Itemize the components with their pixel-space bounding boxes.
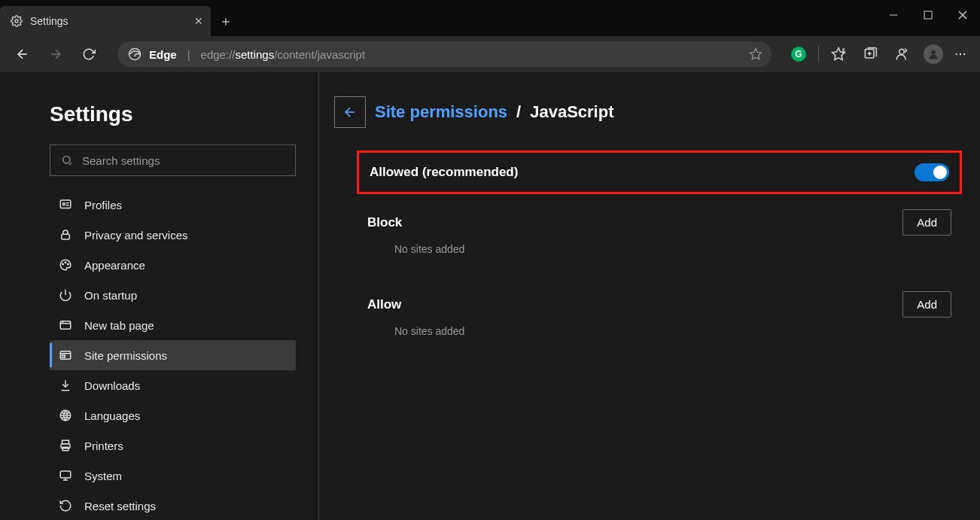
search-placeholder: Search settings bbox=[82, 154, 160, 167]
allow-heading: Allow bbox=[367, 297, 401, 312]
newtab-icon bbox=[59, 318, 72, 332]
allowed-toggle[interactable] bbox=[915, 163, 949, 181]
search-settings-input[interactable]: Search settings bbox=[50, 144, 296, 176]
block-section-header: Block Add bbox=[357, 203, 962, 239]
svg-line-20 bbox=[69, 163, 72, 165]
settings-heading: Settings bbox=[50, 102, 296, 126]
new-tab-button[interactable]: ＋ bbox=[211, 6, 241, 36]
window-controls bbox=[876, 0, 980, 30]
toolbar-divider bbox=[818, 46, 819, 62]
grammarly-extension-icon[interactable]: G bbox=[784, 41, 814, 68]
sidebar-item-label: Profiles bbox=[84, 199, 122, 211]
lock-icon bbox=[59, 228, 72, 242]
sidebar-item-label: New tab page bbox=[84, 319, 154, 332]
sidebar-item-label: Printers bbox=[84, 439, 123, 452]
profiles-icon bbox=[59, 198, 72, 211]
system-icon bbox=[59, 469, 72, 482]
svg-point-26 bbox=[68, 263, 69, 265]
svg-rect-33 bbox=[62, 355, 65, 357]
nav-refresh-button[interactable] bbox=[75, 41, 102, 68]
sidebar-item-label: System bbox=[84, 470, 122, 482]
svg-point-24 bbox=[62, 263, 64, 265]
settings-main: Site permissions / JavaScript Allowed (r… bbox=[319, 72, 980, 520]
sidebar-item-label: Site permissions bbox=[84, 349, 167, 362]
favorite-star-icon[interactable] bbox=[749, 47, 762, 61]
nav-back-button[interactable] bbox=[9, 41, 36, 68]
favorites-icon[interactable] bbox=[823, 41, 854, 68]
omnibox-separator: | bbox=[187, 48, 190, 61]
profile-avatar[interactable] bbox=[918, 41, 948, 68]
sidebar-item-label: Privacy and services bbox=[84, 229, 188, 242]
toolbar: Edge | edge://settings/content/javascrip… bbox=[0, 36, 980, 72]
browser-tab[interactable]: Settings ✕ bbox=[0, 6, 211, 36]
svg-marker-6 bbox=[750, 49, 762, 59]
breadcrumb-parent-link[interactable]: Site permissions bbox=[375, 102, 507, 122]
settings-sidebar: Settings Search settings ProfilesPrivacy… bbox=[0, 72, 319, 520]
edge-logo-icon bbox=[128, 47, 142, 61]
globe-icon bbox=[59, 409, 72, 422]
allow-section-header: Allow Add bbox=[357, 285, 962, 321]
allow-add-button[interactable]: Add bbox=[902, 291, 951, 318]
reset-icon bbox=[59, 499, 72, 512]
window-close-button[interactable] bbox=[945, 0, 980, 30]
svg-point-19 bbox=[63, 157, 70, 163]
breadcrumb-current: JavaScript bbox=[530, 102, 613, 122]
sidebar-item-profiles[interactable]: Profiles bbox=[50, 190, 296, 220]
svg-point-16 bbox=[956, 53, 957, 55]
svg-point-18 bbox=[963, 53, 965, 55]
breadcrumb: Site permissions / JavaScript bbox=[334, 96, 962, 128]
tab-close-icon[interactable]: ✕ bbox=[194, 15, 203, 27]
more-menu-icon[interactable] bbox=[950, 41, 971, 68]
printer-icon bbox=[59, 439, 72, 452]
sidebar-item-appearance[interactable]: Appearance bbox=[50, 250, 296, 280]
sidebar-item-new-tab-page[interactable]: New tab page bbox=[50, 310, 296, 340]
allowed-label: Allowed (recommended) bbox=[370, 165, 518, 180]
svg-point-14 bbox=[899, 49, 905, 54]
sidebar-item-system[interactable]: System bbox=[50, 461, 296, 491]
toolbar-actions: G bbox=[784, 41, 971, 68]
svg-point-25 bbox=[65, 262, 66, 263]
sidebar-item-site-permissions[interactable]: Site permissions bbox=[50, 340, 296, 370]
block-heading: Block bbox=[367, 215, 402, 230]
svg-point-17 bbox=[960, 53, 961, 55]
svg-rect-23 bbox=[62, 234, 70, 239]
profile-switch-icon[interactable] bbox=[887, 41, 917, 68]
sidebar-item-privacy-and-services[interactable]: Privacy and services bbox=[50, 220, 296, 250]
sidebar-nav: ProfilesPrivacy and servicesAppearanceOn… bbox=[50, 190, 296, 520]
site-icon bbox=[59, 348, 72, 362]
search-icon bbox=[61, 154, 73, 166]
svg-rect-2 bbox=[924, 11, 932, 19]
tab-title: Settings bbox=[30, 15, 68, 27]
power-icon bbox=[59, 288, 72, 302]
window-maximize-button[interactable] bbox=[911, 0, 945, 30]
sidebar-item-label: Appearance bbox=[84, 259, 145, 272]
svg-point-0 bbox=[15, 20, 18, 23]
allow-empty-text: No sites added bbox=[357, 321, 962, 360]
sidebar-item-label: Reset settings bbox=[84, 500, 156, 512]
gear-icon bbox=[11, 15, 23, 27]
settings-body: Settings Search settings ProfilesPrivacy… bbox=[0, 72, 980, 520]
collections-icon[interactable] bbox=[855, 41, 885, 68]
svg-rect-38 bbox=[60, 471, 71, 478]
svg-point-22 bbox=[62, 203, 65, 205]
sidebar-item-languages[interactable]: Languages bbox=[50, 400, 296, 430]
sidebar-item-label: On startup bbox=[84, 289, 137, 302]
svg-rect-28 bbox=[60, 321, 71, 330]
nav-forward-button[interactable] bbox=[42, 41, 69, 68]
block-empty-text: No sites added bbox=[357, 239, 962, 278]
svg-point-15 bbox=[931, 50, 935, 54]
sidebar-item-on-startup[interactable]: On startup bbox=[50, 280, 296, 310]
breadcrumb-back-button[interactable] bbox=[334, 96, 366, 128]
window-minimize-button[interactable] bbox=[876, 0, 911, 30]
sidebar-item-label: Languages bbox=[84, 409, 140, 422]
omnibox-url: edge://settings/content/javascript bbox=[201, 48, 365, 61]
sidebar-item-label: Downloads bbox=[84, 379, 140, 392]
window-titlebar: Settings ✕ ＋ bbox=[0, 0, 980, 36]
block-add-button[interactable]: Add bbox=[902, 209, 951, 236]
omnibox-brand: Edge bbox=[149, 48, 177, 61]
sidebar-item-downloads[interactable]: Downloads bbox=[50, 370, 296, 400]
sidebar-item-reset-settings[interactable]: Reset settings bbox=[50, 491, 296, 520]
sidebar-item-printers[interactable]: Printers bbox=[50, 430, 296, 461]
address-bar[interactable]: Edge | edge://settings/content/javascrip… bbox=[117, 41, 772, 67]
palette-icon bbox=[59, 258, 72, 272]
